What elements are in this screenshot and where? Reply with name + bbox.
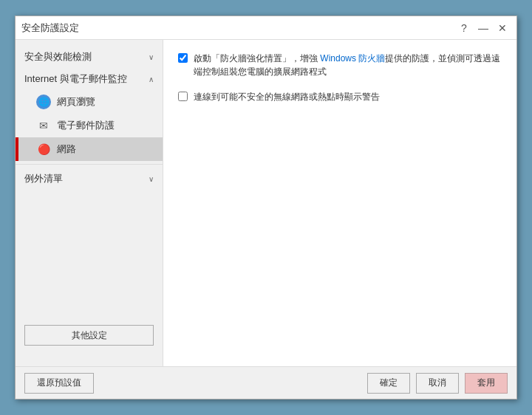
email-icon: ✉ — [36, 118, 51, 133]
sidebar-item-email-label: 電子郵件防護 — [57, 119, 115, 132]
checkbox-firewall[interactable] — [178, 53, 188, 63]
checkbox-wireless[interactable] — [178, 92, 188, 101]
dialog-title: 安全防護設定 — [21, 21, 79, 35]
restore-defaults-button[interactable]: 還原預設值 — [24, 373, 94, 394]
sidebar-section-exceptions[interactable]: 例外清單 ∨ — [16, 168, 163, 190]
other-settings-container: 其他設定 — [24, 325, 154, 346]
minimize-button[interactable]: — — [475, 20, 491, 36]
sidebar-section-internet[interactable]: Internet 與電子郵件監控 ∧ — [16, 68, 163, 90]
checkbox-wireless-label: 連線到可能不安全的無線網路或熱點時顯示警告 — [194, 90, 380, 103]
content-area: 安全與效能檢測 ∨ Internet 與電子郵件監控 ∧ 🌐 網頁瀏覽 ✉ 電子… — [16, 40, 516, 366]
other-settings-button[interactable]: 其他設定 — [24, 325, 154, 346]
sidebar-item-network-label: 網路 — [57, 143, 76, 156]
checkbox-wireless-row: 連線到可能不安全的無線網路或熱點時顯示警告 — [178, 90, 502, 103]
sidebar-item-browse[interactable]: 🌐 網頁瀏覽 — [16, 90, 163, 114]
bottom-left-buttons: 還原預設值 — [24, 373, 94, 394]
windows-firewall-link[interactable]: Windows 防火牆 — [320, 53, 385, 64]
close-button[interactable]: ✕ — [494, 20, 511, 36]
sidebar-item-browse-label: 網頁瀏覽 — [57, 95, 95, 109]
firewall-label-before: 啟動「防火牆強化情置」，增強 — [194, 53, 320, 64]
checkbox-firewall-row: 啟動「防火牆強化情置」，增強 Windows 防火牆提供的防護，並偵測可透過遠端… — [178, 52, 502, 78]
bottom-bar: 還原預設值 確定 取消 套用 — [16, 366, 516, 399]
chevron-down-icon: ∨ — [149, 53, 154, 61]
sidebar-item-browse-wrapper: 🌐 網頁瀏覽 — [16, 90, 163, 114]
sidebar-section-internet-label: Internet 與電子郵件監控 — [24, 72, 127, 86]
checkbox-firewall-label: 啟動「防火牆強化情置」，增強 Windows 防火牆提供的防護，並偵測可透過遠端… — [194, 52, 502, 78]
sidebar-item-network-wrapper: 🔴 網路 — [16, 137, 163, 161]
sidebar-divider — [16, 164, 163, 165]
chevron-up-icon: ∧ — [149, 75, 154, 83]
cancel-button[interactable]: 取消 — [416, 373, 459, 394]
sidebar-item-network[interactable]: 🔴 網路 — [16, 137, 163, 161]
sidebar-item-email[interactable]: ✉ 電子郵件防護 — [16, 114, 163, 137]
network-icon: 🔴 — [36, 142, 51, 157]
chevron-down-icon-2: ∨ — [149, 175, 154, 183]
dialog: 安全防護設定 ? — ✕ 安全與效能檢測 ∨ Internet 與電子郵件監控 … — [15, 16, 517, 399]
sidebar-section-security-label: 安全與效能檢測 — [24, 50, 92, 64]
apply-button[interactable]: 套用 — [465, 373, 508, 394]
sidebar-item-email-wrapper: ✉ 電子郵件防護 — [16, 114, 163, 137]
ok-button[interactable]: 確定 — [367, 373, 410, 394]
sidebar-section-security[interactable]: 安全與效能檢測 ∨ — [16, 46, 163, 68]
sidebar: 安全與效能檢測 ∨ Internet 與電子郵件監控 ∧ 🌐 網頁瀏覽 ✉ 電子… — [16, 40, 163, 366]
help-button[interactable]: ? — [456, 20, 472, 36]
bottom-right-buttons: 確定 取消 套用 — [367, 373, 508, 394]
title-controls: ? — ✕ — [456, 20, 511, 36]
title-bar: 安全防護設定 ? — ✕ — [16, 16, 516, 40]
globe-icon: 🌐 — [36, 95, 51, 109]
sidebar-section-exceptions-label: 例外清單 — [24, 172, 63, 185]
active-indicator — [16, 137, 18, 161]
main-panel: 啟動「防火牆強化情置」，增強 Windows 防火牆提供的防護，並偵測可透過遠端… — [163, 40, 516, 366]
